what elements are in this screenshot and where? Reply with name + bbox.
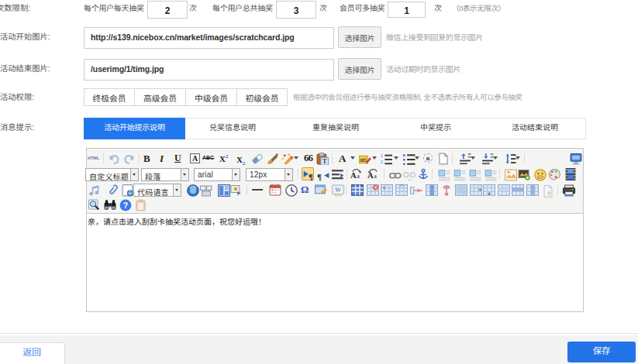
svg-text:1: 1 [381,153,383,158]
svg-text:T: T [322,157,327,165]
svg-text:a: a [357,173,360,180]
svg-text:2: 2 [381,160,383,164]
svg-text:¶: ¶ [309,172,313,181]
svg-text:¶: ¶ [317,172,322,181]
svg-text:?: ? [123,201,128,210]
svg-text:W: W [335,187,341,194]
svg-text:A: A [350,171,357,180]
svg-text:a: a [374,173,378,180]
